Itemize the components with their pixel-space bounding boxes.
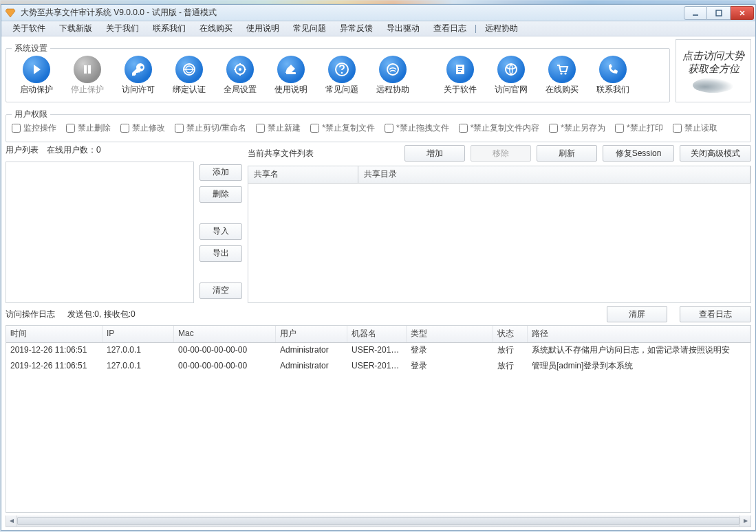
remote-icon [379, 56, 407, 83]
share-grid[interactable]: 共享名 共享目录 [248, 166, 751, 303]
toolbar-stop-label: 停止保护 [63, 85, 112, 96]
toolbar-access-button[interactable]: 访问许可 [114, 54, 163, 97]
perm-label-0: 监控操作 [23, 123, 56, 134]
log-row[interactable]: 2019-12-26 11:06:51127.0.0.100-00-00-00-… [6, 359, 750, 375]
toolbar-about-button[interactable]: 关于软件 [435, 54, 485, 97]
perm-checkbox-input-3[interactable] [175, 124, 184, 133]
toolbar-buy-button[interactable]: 在线购买 [537, 54, 587, 97]
user-listbox[interactable] [6, 162, 194, 303]
perm-checkbox-input-0[interactable] [12, 124, 21, 133]
menu-关于我们[interactable]: 关于我们 [99, 22, 146, 36]
toolbar-help-button[interactable]: 使用说明 [266, 54, 316, 97]
toolbar-remote-label: 远程协助 [368, 85, 418, 96]
share-panel: 当前共享文件列表 增加 移除 刷新 修复Session 关闭高级模式 共享名 共… [248, 145, 751, 303]
minimize-button[interactable] [684, 6, 707, 20]
log-clear-button[interactable]: 清屏 [607, 306, 667, 322]
perm-checkbox-0[interactable]: 监控操作 [12, 123, 56, 134]
share-add-button[interactable]: 增加 [404, 145, 465, 162]
perm-checkbox-input-7[interactable] [459, 124, 468, 133]
toolbar-remote-button[interactable]: 远程协助 [368, 54, 418, 97]
share-remove-button[interactable]: 移除 [471, 145, 531, 162]
perm-checkbox-3[interactable]: 禁止剪切/重命名 [175, 123, 246, 134]
user-panel-header: 用户列表 在线用户数：0 [6, 145, 242, 156]
close-button[interactable] [731, 6, 754, 20]
toolbar-contact-button[interactable]: 联系我们 [588, 54, 638, 97]
share-fix-session-button[interactable]: 修复Session [603, 145, 674, 162]
perm-checkbox-input-8[interactable] [549, 124, 558, 133]
perm-checkbox-5[interactable]: *禁止复制文件 [310, 123, 375, 134]
perm-checkbox-input-10[interactable] [673, 124, 682, 133]
share-col-name[interactable]: 共享名 [248, 166, 358, 183]
toolbar-bind-label: 绑定认证 [164, 85, 214, 96]
perm-checkbox-input-1[interactable] [66, 124, 75, 133]
log-row[interactable]: 2019-12-26 11:06:51127.0.0.100-00-00-00-… [6, 343, 750, 359]
share-col-dir[interactable]: 共享目录 [358, 166, 750, 183]
menu-使用说明[interactable]: 使用说明 [239, 22, 286, 36]
user-add-button[interactable]: 添加 [199, 164, 242, 181]
toolbar-faq-button[interactable]: 常见问题 [317, 54, 367, 97]
perm-checkbox-7[interactable]: *禁止复制文件内容 [459, 123, 540, 134]
perm-checkbox-1[interactable]: 禁止删除 [66, 123, 111, 134]
online-users-label: 在线用户数：0 [47, 145, 101, 156]
share-panel-header: 当前共享文件列表 增加 移除 刷新 修复Session 关闭高级模式 [248, 145, 751, 162]
perm-checkbox-6[interactable]: *禁止拖拽文件 [385, 123, 449, 134]
toolbar-global-button[interactable]: 全局设置 [215, 54, 265, 97]
promo-panel[interactable]: 点击访问大势 获取全方位 [676, 39, 751, 102]
group-perm-legend: 用户权限 [12, 109, 50, 120]
log-col-type[interactable]: 类型 [407, 326, 493, 342]
user-import-button[interactable]: 导入 [199, 223, 242, 240]
toolbar-access-label: 访问许可 [114, 85, 163, 96]
log-col-time[interactable]: 时间 [6, 326, 102, 342]
scroll-right-arrow-icon[interactable]: ▸ [739, 516, 750, 527]
log-title: 访问操作日志 [6, 309, 55, 320]
scroll-thumb[interactable] [17, 517, 739, 525]
scroll-left-arrow-icon[interactable]: ◂ [6, 516, 17, 527]
log-col-host[interactable]: 机器名 [347, 326, 407, 342]
perm-checkbox-10[interactable]: 禁止读取 [673, 123, 717, 134]
toolbar-stop-button[interactable]: 停止保护 [63, 54, 112, 97]
log-col-user[interactable]: 用户 [276, 326, 347, 342]
menu-下载新版[interactable]: 下载新版 [52, 22, 99, 36]
site-icon [497, 56, 525, 83]
perm-checkbox-input-9[interactable] [615, 124, 624, 133]
app-window: 大势至共享文件审计系统 V9.0.0.0 - 试用版 - 普通模式 关于软件下载… [1, 4, 756, 531]
perm-checkbox-9[interactable]: *禁止打印 [615, 123, 663, 134]
share-refresh-button[interactable]: 刷新 [537, 145, 597, 162]
perm-checkbox-input-4[interactable] [256, 124, 265, 133]
perm-checkbox-input-5[interactable] [310, 124, 319, 133]
menu-联系我们[interactable]: 联系我们 [146, 22, 193, 36]
user-delete-button[interactable]: 删除 [199, 186, 242, 203]
perm-checkbox-input-2[interactable] [120, 124, 129, 133]
perm-label-4: 禁止新建 [268, 123, 301, 134]
log-view-button[interactable]: 查看日志 [680, 306, 751, 322]
menu-在线购买[interactable]: 在线购买 [193, 22, 239, 36]
log-col-path[interactable]: 路径 [528, 326, 750, 342]
menu-关于软件[interactable]: 关于软件 [6, 22, 52, 36]
maximize-button[interactable] [707, 6, 731, 20]
log-grid[interactable]: 时间 IP Mac 用户 机器名 类型 状态 路径 2019-12-26 11:… [6, 325, 751, 513]
share-title: 当前共享文件列表 [248, 148, 314, 159]
toolbar-site-button[interactable]: 访问官网 [486, 54, 536, 97]
log-cell-ip: 127.0.0.1 [102, 359, 174, 374]
toolbar-bind-button[interactable]: 绑定认证 [164, 54, 214, 97]
perm-label-8: *禁止另存为 [561, 123, 605, 134]
perm-checkbox-4[interactable]: 禁止新建 [256, 123, 301, 134]
user-export-button[interactable]: 导出 [199, 245, 242, 262]
log-col-state[interactable]: 状态 [493, 326, 528, 342]
perm-checkbox-2[interactable]: 禁止修改 [120, 123, 165, 134]
perm-checkbox-8[interactable]: *禁止另存为 [549, 123, 605, 134]
toolbar-start-button[interactable]: 启动保护 [12, 54, 61, 97]
window-title: 大势至共享文件审计系统 V9.0.0.0 - 试用版 - 普通模式 [21, 8, 684, 19]
menu-异常反馈[interactable]: 异常反馈 [333, 22, 380, 36]
user-clear-button[interactable]: 清空 [199, 282, 242, 299]
share-close-advanced-button[interactable]: 关闭高级模式 [680, 145, 751, 162]
log-col-mac[interactable]: Mac [174, 326, 276, 342]
menu-查看日志[interactable]: 查看日志 [426, 22, 473, 36]
menu-远程协助[interactable]: 远程协助 [478, 22, 525, 36]
log-horizontal-scrollbar[interactable]: ◂ ▸ [6, 516, 751, 527]
toolbar-row: 系统设置 启动保护停止保护访问许可绑定认证全局设置使用说明常见问题远程协助关于软… [6, 39, 751, 102]
menu-导出驱动[interactable]: 导出驱动 [380, 22, 426, 36]
log-col-ip[interactable]: IP [102, 326, 174, 342]
perm-checkbox-input-6[interactable] [385, 124, 393, 133]
menu-常见问题[interactable]: 常见问题 [286, 22, 333, 36]
